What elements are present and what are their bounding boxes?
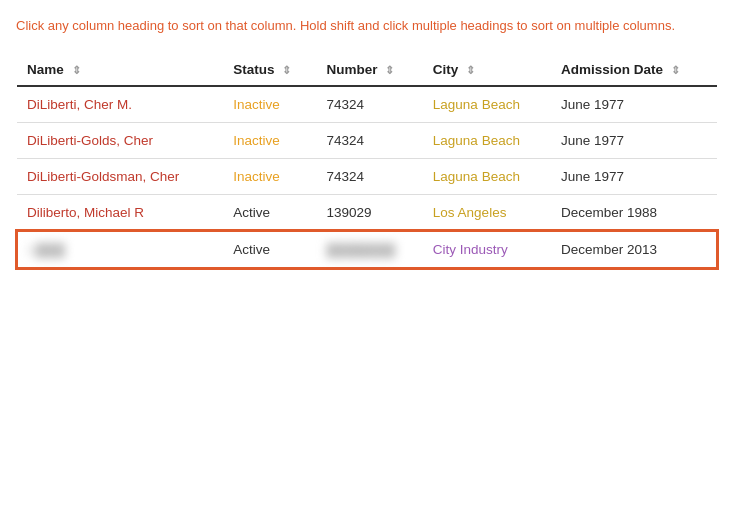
cell-admission-date: June 1977 — [551, 158, 717, 194]
members-table: Name ⇕ Status ⇕ Number ⇕ City ⇕ Admissio… — [16, 54, 718, 269]
table-row[interactable]: DiLiberti-Golds, CherInactive74324Laguna… — [17, 122, 717, 158]
cell-number: ▓▓▓▓▓▓▓ — [316, 231, 422, 268]
cell-admission-date: December 1988 — [551, 194, 717, 231]
col-header-admission-date[interactable]: Admission Date ⇕ — [551, 54, 717, 86]
blurred-name: L▓▓▓ — [28, 242, 65, 257]
sort-icon-name: ⇕ — [72, 64, 81, 77]
cell-city: City Industry — [423, 231, 551, 268]
instruction-text: Click any column heading to sort on that… — [16, 16, 718, 36]
table-header-row: Name ⇕ Status ⇕ Number ⇕ City ⇕ Admissio… — [17, 54, 717, 86]
cell-name: DiLiberti-Goldsman, Cher — [17, 158, 223, 194]
table-row[interactable]: L▓▓▓Active▓▓▓▓▓▓▓City IndustryDecember 2… — [17, 231, 717, 268]
table-row[interactable]: DiLiberti, Cher M.Inactive74324Laguna Be… — [17, 86, 717, 123]
table-row[interactable]: Diliberto, Michael RActive139029Los Ange… — [17, 194, 717, 231]
cell-admission-date: December 2013 — [551, 231, 717, 268]
cell-admission-date: June 1977 — [551, 86, 717, 123]
cell-city: Laguna Beach — [423, 158, 551, 194]
cell-status: Active — [223, 231, 316, 268]
cell-number: 74324 — [316, 122, 422, 158]
sort-icon-status: ⇕ — [282, 64, 291, 77]
cell-city: Laguna Beach — [423, 86, 551, 123]
col-header-number[interactable]: Number ⇕ — [316, 54, 422, 86]
blurred-number: ▓▓▓▓▓▓▓ — [326, 242, 395, 257]
cell-city: Los Angeles — [423, 194, 551, 231]
cell-city: Laguna Beach — [423, 122, 551, 158]
cell-admission-date: June 1977 — [551, 122, 717, 158]
col-header-city[interactable]: City ⇕ — [423, 54, 551, 86]
sort-icon-number: ⇕ — [385, 64, 394, 77]
sort-icon-admission: ⇕ — [671, 64, 680, 77]
sort-icon-city: ⇕ — [466, 64, 475, 77]
cell-name: Diliberto, Michael R — [17, 194, 223, 231]
cell-name: DiLiberti-Golds, Cher — [17, 122, 223, 158]
table-row[interactable]: DiLiberti-Goldsman, CherInactive74324Lag… — [17, 158, 717, 194]
cell-status: Inactive — [223, 86, 316, 123]
cell-status: Inactive — [223, 158, 316, 194]
col-header-name[interactable]: Name ⇕ — [17, 54, 223, 86]
col-header-status[interactable]: Status ⇕ — [223, 54, 316, 86]
cell-name: DiLiberti, Cher M. — [17, 86, 223, 123]
cell-name: L▓▓▓ — [17, 231, 223, 268]
cell-number: 139029 — [316, 194, 422, 231]
cell-number: 74324 — [316, 158, 422, 194]
cell-status: Active — [223, 194, 316, 231]
cell-status: Inactive — [223, 122, 316, 158]
cell-number: 74324 — [316, 86, 422, 123]
